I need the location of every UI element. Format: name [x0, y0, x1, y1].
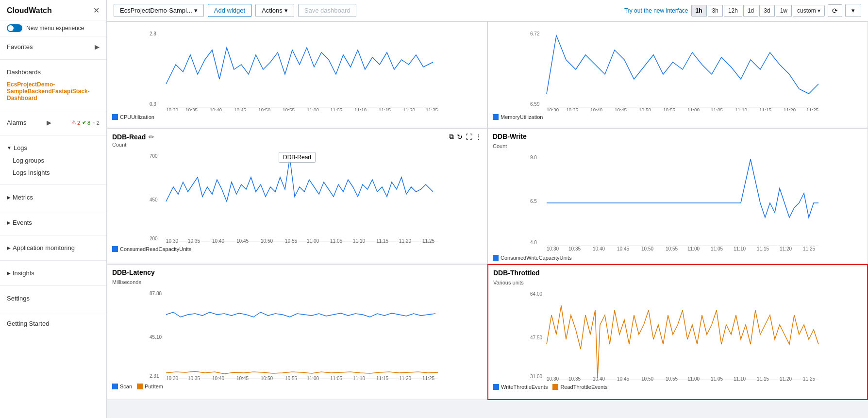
- sidebar-item-log-groups[interactable]: Log groups: [0, 154, 106, 167]
- sidebar-section-events: ▶ Events: [0, 212, 106, 233]
- sidebar-item-logs-insights[interactable]: Logs Insights: [0, 167, 106, 179]
- sidebar-item-settings[interactable]: Settings: [0, 292, 106, 305]
- down-arrow-icon: ▼: [7, 145, 12, 150]
- more-icon[interactable]: ⋮: [475, 133, 482, 141]
- legend-box-blue: [112, 384, 118, 389]
- svg-text:10:45: 10:45: [615, 108, 627, 111]
- dashboard-selector[interactable]: EcsProjectDemo-Sampl... ▾: [114, 4, 204, 17]
- sidebar-item-insights[interactable]: ▶ Insights: [0, 267, 106, 280]
- legend-box-blue: [493, 255, 499, 261]
- widget-ddb-write: DDB-Write Count 9.0 6.5 4.0 10:30 10:35 …: [487, 128, 868, 264]
- sidebar-section-getting-started: Getting Started: [0, 313, 106, 334]
- close-icon[interactable]: ✕: [93, 6, 100, 15]
- add-widget-button[interactable]: Add widget: [208, 4, 251, 17]
- toggle-switch[interactable]: [7, 24, 22, 32]
- svg-text:11:00: 11:00: [687, 246, 700, 251]
- legend-box-blue: [493, 114, 499, 120]
- svg-text:11:25: 11:25: [803, 246, 815, 251]
- svg-text:11:20: 11:20: [780, 376, 792, 381]
- ddb-latency-title: DDB-Latency: [112, 268, 155, 276]
- chevron-down-icon: ▾: [284, 7, 288, 14]
- svg-text:10:45: 10:45: [236, 376, 249, 380]
- widget-cpu: 2.8 0.3 10:30 10:35 10:40 10:45 10:50 10…: [107, 21, 487, 128]
- ddb-read-legend: ConsumedReadCapacityUnits: [112, 246, 482, 252]
- ddb-read-line: [166, 158, 433, 201]
- time-btn-1d[interactable]: 1d: [743, 5, 758, 17]
- expand-icon[interactable]: ⛶: [466, 133, 472, 141]
- svg-text:11:05: 11:05: [330, 238, 342, 243]
- svg-text:11:00: 11:00: [307, 108, 319, 111]
- svg-text:64.00: 64.00: [530, 291, 542, 297]
- svg-text:10:40: 10:40: [212, 238, 224, 243]
- svg-text:11:20: 11:20: [780, 246, 792, 251]
- svg-text:11:10: 11:10: [353, 238, 365, 243]
- svg-text:10:55: 10:55: [285, 376, 297, 380]
- svg-text:10:45: 10:45: [236, 238, 249, 243]
- svg-text:11:20: 11:20: [399, 376, 411, 380]
- ddb-latency-blue-line: [166, 312, 435, 317]
- svg-text:11:25: 11:25: [422, 376, 434, 380]
- legend-box-blue: [112, 246, 118, 252]
- svg-text:10:55: 10:55: [285, 238, 297, 243]
- time-range-buttons: 1h 3h 12h 1d 3d 1w custom ▾: [691, 5, 825, 17]
- svg-text:11:15: 11:15: [376, 376, 388, 380]
- edit-icon[interactable]: ✏: [149, 133, 154, 141]
- svg-text:11:20: 11:20: [399, 238, 411, 243]
- time-btn-12h[interactable]: 12h: [724, 5, 742, 17]
- svg-text:10:35: 10:35: [185, 108, 198, 111]
- refresh-button[interactable]: ⟳: [828, 4, 842, 17]
- more-options-button[interactable]: ▾: [845, 4, 861, 17]
- time-btn-3d[interactable]: 3d: [759, 5, 774, 17]
- legend-box-orange: [552, 384, 558, 390]
- sidebar-item-dashboards[interactable]: Dashboards: [0, 66, 106, 79]
- svg-text:10:50: 10:50: [258, 108, 270, 111]
- svg-text:10:35: 10:35: [566, 108, 578, 111]
- svg-text:10:30: 10:30: [166, 238, 178, 243]
- svg-text:10:40: 10:40: [593, 246, 605, 251]
- sidebar-item-events[interactable]: ▶ Events: [0, 216, 106, 229]
- time-btn-custom[interactable]: custom ▾: [793, 5, 825, 17]
- actions-button[interactable]: Actions ▾: [255, 4, 294, 17]
- topbar-left: EcsProjectDemo-Sampl... ▾ Add widget Act…: [114, 4, 356, 17]
- widget-memory: 6.72 6.59 10:30 10:35 10:40 10:45 10:50 …: [487, 21, 868, 128]
- copy-icon[interactable]: ⧉: [449, 133, 454, 141]
- y-min-label: 6.59: [530, 101, 540, 107]
- time-btn-1h[interactable]: 1h: [691, 5, 707, 17]
- try-new-interface-link[interactable]: Try out the new interface: [624, 7, 688, 14]
- sidebar-dashboard-link[interactable]: EcsProjectDemo-SampleBackendFastapiStack…: [0, 79, 106, 104]
- svg-text:11:15: 11:15: [757, 376, 769, 381]
- toggle-label: New menu experience: [26, 25, 84, 32]
- new-menu-toggle[interactable]: New menu experience: [0, 20, 106, 36]
- sidebar-section-favorites: Favorites ▶: [0, 36, 106, 57]
- svg-text:47.50: 47.50: [530, 335, 542, 340]
- svg-text:11:05: 11:05: [711, 376, 723, 381]
- refresh-icon[interactable]: ↻: [457, 133, 463, 141]
- sidebar-item-metrics[interactable]: ▶ Metrics: [0, 191, 106, 204]
- svg-text:10:55: 10:55: [283, 108, 295, 111]
- svg-text:11:05: 11:05: [330, 376, 342, 380]
- svg-text:10:30: 10:30: [166, 376, 178, 380]
- time-btn-1w[interactable]: 1w: [776, 5, 792, 17]
- sidebar-item-alarms[interactable]: Alarms ▶ ⚠ 2 ✔ 8 ○ 2: [0, 116, 106, 129]
- svg-text:10:40: 10:40: [590, 108, 602, 111]
- sidebar-section-alarms: Alarms ▶ ⚠ 2 ✔ 8 ○ 2: [0, 112, 106, 133]
- svg-text:10:50: 10:50: [641, 376, 653, 381]
- ddb-read-chart: 700 450 200 10:30 10:35 10:40 10:45 10:5…: [112, 148, 482, 243]
- svg-text:10:40: 10:40: [210, 108, 222, 111]
- svg-text:11:10: 11:10: [353, 376, 365, 380]
- sidebar-section-dashboards: Dashboards EcsProjectDemo-SampleBackendF…: [0, 62, 106, 108]
- sidebar-item-getting-started[interactable]: Getting Started: [0, 317, 106, 330]
- svg-text:700: 700: [150, 153, 158, 159]
- widget-ddb-throttled: DDB-Throttled Various units 64.00 47.50 …: [487, 264, 868, 400]
- sidebar-section-insights: ▶ Insights: [0, 263, 106, 284]
- ddb-write-unit-label: Count: [493, 143, 507, 149]
- svg-text:9.0: 9.0: [530, 155, 537, 160]
- ddb-latency-orange-line: [166, 371, 438, 374]
- svg-text:11:00: 11:00: [687, 108, 700, 111]
- svg-text:4.0: 4.0: [530, 240, 537, 245]
- time-btn-3h[interactable]: 3h: [708, 5, 723, 17]
- sidebar-item-app-monitoring[interactable]: ▶ Application monitoring: [0, 241, 106, 254]
- sidebar-item-favorites[interactable]: Favorites ▶: [0, 40, 106, 53]
- svg-text:10:55: 10:55: [666, 246, 678, 251]
- sidebar-item-logs[interactable]: ▼ Logs: [0, 141, 106, 154]
